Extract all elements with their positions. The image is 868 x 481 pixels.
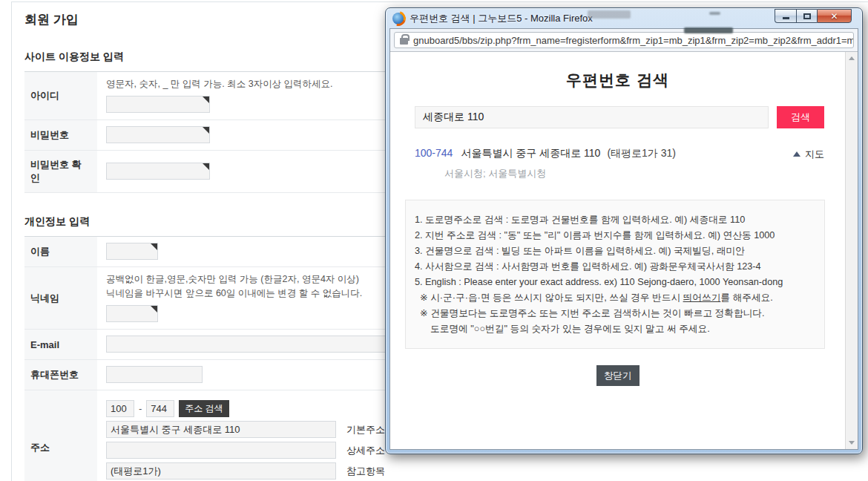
address-label: 주소 bbox=[24, 390, 97, 481]
spacing-emphasis: 띄어쓰기 bbox=[683, 292, 721, 303]
email-label: E-mail bbox=[24, 330, 97, 360]
window-title: 우편번호 검색 | 그누보드5 - Mozilla Firefox bbox=[410, 12, 593, 25]
window-controls bbox=[775, 9, 852, 23]
search-result-row: 100-744 서울특별시 중구 세종대로 110 (태평로1가 31) 지도 bbox=[415, 147, 824, 161]
required-corner-icon bbox=[203, 127, 209, 134]
zip-search-heading: 우편번호 검색 bbox=[390, 70, 845, 91]
zip-search-input[interactable] bbox=[415, 106, 769, 128]
email-input[interactable] bbox=[106, 336, 403, 353]
firefox-popup-window: 우편번호 검색 | 그누보드5 - Mozilla Firefox gnuboa… bbox=[385, 7, 863, 454]
guide-note: ※ 시·군·구·읍·면 등은 쓰시지 않아도 되지만, 쓰실 경우 반드시 띄어… bbox=[415, 290, 815, 306]
close-icon[interactable] bbox=[817, 9, 852, 23]
phone-label: 휴대폰번호 bbox=[24, 360, 97, 390]
url-bar[interactable]: gnuboard5/bbs/zip.php?frm_name=fregister… bbox=[394, 32, 854, 48]
glass-reflection bbox=[588, 10, 631, 19]
id-input[interactable] bbox=[106, 96, 210, 113]
scroll-up-icon[interactable] bbox=[846, 52, 858, 65]
search-guide-box: 1. 도로명주소로 검색 : 도로명과 건물번호를 함께 입력하세요. 예) 세… bbox=[405, 200, 825, 350]
glass-reflection bbox=[709, 12, 720, 15]
guide-line: 5. English : Please enter your exact add… bbox=[415, 275, 815, 290]
required-corner-icon bbox=[203, 96, 209, 103]
guide-note: 도로명에 "○○번길" 등의 숫자가 있는 경우에도 잊지 말고 써 주세요. bbox=[415, 321, 815, 337]
search-button[interactable]: 검색 bbox=[777, 106, 824, 128]
password-input[interactable] bbox=[106, 126, 210, 143]
result-address: 서울특별시 중구 세종대로 110 bbox=[461, 147, 600, 160]
result-address-extra: (태평로1가 31) bbox=[607, 147, 676, 160]
firefox-icon bbox=[392, 13, 404, 24]
nickname-label: 닉네임 bbox=[24, 267, 97, 330]
zip-search-page: 우편번호 검색 검색 100-744 서울특별시 중구 세종대로 110 (태평… bbox=[390, 52, 845, 449]
guide-line: 1. 도로명주소로 검색 : 도로명과 건물번호를 함께 입력하세요. 예) 세… bbox=[415, 212, 815, 228]
phone-input[interactable] bbox=[106, 366, 203, 383]
guide-line: 2. 지번 주소로 검색 : "동" 또는 "리" 이름과 번지수를 함께 입력… bbox=[415, 228, 815, 243]
close-window-button[interactable]: 창닫기 bbox=[596, 365, 640, 386]
map-toggle-link[interactable]: 지도 bbox=[793, 148, 824, 161]
id-label: 아이디 bbox=[24, 72, 97, 120]
base-address-tag: 기본주소 bbox=[346, 423, 385, 436]
required-corner-icon bbox=[203, 163, 209, 170]
detail-address-tag: 상세주소 bbox=[346, 444, 385, 457]
address-search-button[interactable]: 주소 검색 bbox=[179, 400, 228, 417]
zip-dash: - bbox=[139, 403, 142, 414]
lock-icon bbox=[400, 38, 408, 45]
zip1-input[interactable] bbox=[106, 400, 134, 417]
guide-line: 4. 사서함으로 검색 : 사서함명과 번호를 입력하세요. 예) 광화문우체국… bbox=[415, 259, 815, 275]
base-address-input[interactable] bbox=[106, 421, 336, 438]
triangle-up-icon bbox=[793, 151, 800, 157]
password-label: 비밀번호 bbox=[24, 120, 97, 151]
browser-chrome: gnuboard5/bbs/zip.php?frm_name=fregister… bbox=[389, 28, 858, 450]
url-text: gnuboard5/bbs/zip.php?frm_name=fregister… bbox=[413, 35, 854, 46]
screen: 회원 가입 사이트 이용정보 입력 아이디 영문자, 숫자, _ 만 입력 가능… bbox=[0, 0, 868, 481]
name-label: 이름 bbox=[24, 237, 97, 267]
extra-address-tag: 참고항목 bbox=[346, 465, 385, 478]
scrollbar[interactable] bbox=[845, 52, 858, 449]
result-sub-text: 서울시청; 서울특별시청 bbox=[444, 167, 824, 180]
required-corner-icon bbox=[151, 243, 157, 250]
guide-line: 3. 건물명으로 검색 : 빌딩 또는 아파트 이름을 입력하세요. 예) 국제… bbox=[415, 243, 815, 259]
scroll-down-icon[interactable] bbox=[846, 436, 858, 449]
guide-note: ※ 건물명보다는 도로명주소 또는 지번 주소로 검색하시는 것이 빠르고 정확… bbox=[415, 306, 815, 321]
minimize-button[interactable] bbox=[775, 9, 796, 23]
password-confirm-label: 비밀번호 확인 bbox=[24, 151, 97, 193]
extra-address-input[interactable] bbox=[106, 462, 336, 480]
url-row: gnuboard5/bbs/zip.php?frm_name=fregister… bbox=[390, 29, 858, 52]
maximize-button[interactable] bbox=[796, 9, 817, 23]
zip2-input[interactable] bbox=[146, 400, 174, 417]
result-zipcode-link[interactable]: 100-744 bbox=[415, 147, 453, 159]
map-toggle-label: 지도 bbox=[805, 148, 824, 161]
required-corner-icon bbox=[151, 306, 157, 313]
detail-address-input[interactable] bbox=[106, 442, 336, 459]
password-confirm-input[interactable] bbox=[106, 163, 210, 180]
